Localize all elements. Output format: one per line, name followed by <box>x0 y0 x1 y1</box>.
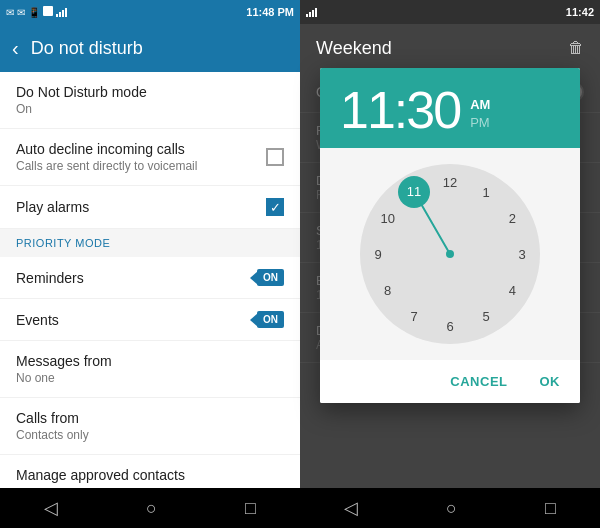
setting-play-alarms[interactable]: Play alarms ✓ <box>0 186 300 229</box>
toolbar-left: ‹ Do not disturb <box>0 24 300 72</box>
clock-face-container: 121234567891011 <box>320 148 580 360</box>
back-nav-icon[interactable]: ◁ <box>44 497 58 519</box>
auto-decline-label: Auto decline incoming calls <box>16 141 266 157</box>
msg-icon: ✉ <box>6 7 14 18</box>
clock-selected-hour: 11 <box>398 176 430 208</box>
mail-icon: ✉ <box>17 7 25 18</box>
dialog-actions: CANCEL OK <box>320 360 580 403</box>
events-toggle[interactable]: ON <box>257 311 284 328</box>
signal-icon <box>56 7 67 17</box>
play-alarms-checkbox[interactable]: ✓ <box>266 198 284 216</box>
reminders-toggle[interactable]: ON <box>257 269 284 286</box>
auto-decline-checkbox[interactable] <box>266 148 284 166</box>
status-time-left: 11:48 PM <box>246 6 294 18</box>
clock-number-9[interactable]: 9 <box>374 247 381 262</box>
reminders-label: Reminders <box>16 270 250 286</box>
dnd-mode-label: Do Not Disturb mode <box>16 84 284 100</box>
clock-time-display: 11:30 <box>340 84 460 136</box>
clock-number-2[interactable]: 2 <box>509 211 516 226</box>
cancel-button[interactable]: CANCEL <box>442 368 515 395</box>
calls-from-value: Contacts only <box>16 428 284 442</box>
nav-bar-right: ◁ ○ □ <box>300 488 600 528</box>
clock-header: 11:30 AM PM <box>320 68 580 148</box>
checkmark-icon: ✓ <box>270 201 281 214</box>
reminders-toggle-container: ON <box>250 269 284 286</box>
back-nav-right[interactable]: ◁ <box>344 497 358 519</box>
left-panel: ✉ ✉ 📱 11:48 PM ‹ Do not disturb Do Not D… <box>0 0 300 528</box>
dnd-mode-value: On <box>16 102 284 116</box>
ok-button[interactable]: OK <box>532 368 569 395</box>
toolbar-title: Do not disturb <box>31 38 143 59</box>
status-bar-left: ✉ ✉ 📱 11:48 PM <box>0 0 300 24</box>
sim-icon <box>43 6 53 18</box>
svg-rect-0 <box>43 6 53 16</box>
weekend-title: Weekend <box>316 38 392 59</box>
play-alarms-label: Play alarms <box>16 199 266 215</box>
setting-reminders[interactable]: Reminders ON <box>0 257 300 299</box>
home-nav-icon[interactable]: ○ <box>146 498 157 519</box>
events-toggle-container: ON <box>250 311 284 328</box>
trash-button[interactable]: 🗑 <box>568 39 584 57</box>
status-icons-right <box>306 7 317 17</box>
status-bar-right: 11:42 <box>300 0 600 24</box>
right-signal-icon <box>306 7 317 17</box>
settings-list: Do Not Disturb mode On Auto decline inco… <box>0 72 300 488</box>
messages-from-value: No one <box>16 371 284 385</box>
clock-number-12[interactable]: 12 <box>443 175 457 190</box>
clock-number-7[interactable]: 7 <box>410 309 417 324</box>
clock-number-10[interactable]: 10 <box>380 211 394 226</box>
pm-option[interactable]: PM <box>470 114 490 132</box>
setting-manage-approved[interactable]: Manage approved contacts <box>0 455 300 488</box>
weekend-toolbar: Weekend 🗑 <box>300 24 600 72</box>
messages-from-label: Messages from <box>16 353 284 369</box>
home-nav-right[interactable]: ○ <box>446 498 457 519</box>
back-button[interactable]: ‹ <box>12 37 19 60</box>
recent-nav-right[interactable]: □ <box>545 498 556 519</box>
nav-bar-left: ◁ ○ □ <box>0 488 300 528</box>
clock-dialog: 11:30 AM PM 121234567891011 CANCEL OK <box>320 68 580 403</box>
clock-face[interactable]: 121234567891011 <box>360 164 540 344</box>
clock-number-3[interactable]: 3 <box>518 247 525 262</box>
phone-icon: 📱 <box>28 7 40 18</box>
manage-approved-label: Manage approved contacts <box>16 467 284 483</box>
setting-dnd-mode[interactable]: Do Not Disturb mode On <box>0 72 300 129</box>
clock-ampm: AM PM <box>470 96 490 132</box>
status-icons-left: ✉ ✉ 📱 <box>6 6 67 18</box>
clock-number-6[interactable]: 6 <box>446 319 453 334</box>
priority-mode-header: PRIORITY MODE <box>0 229 300 257</box>
auto-decline-sublabel: Calls are sent directly to voicemail <box>16 159 266 173</box>
events-label: Events <box>16 312 250 328</box>
calls-from-label: Calls from <box>16 410 284 426</box>
clock-number-4[interactable]: 4 <box>509 283 516 298</box>
status-time-right: 11:42 <box>566 6 594 18</box>
clock-number-8[interactable]: 8 <box>384 283 391 298</box>
am-option[interactable]: AM <box>470 96 490 114</box>
clock-number-5[interactable]: 5 <box>482 309 489 324</box>
setting-messages-from[interactable]: Messages from No one <box>0 341 300 398</box>
setting-events[interactable]: Events ON <box>0 299 300 341</box>
setting-calls-from[interactable]: Calls from Contacts only <box>0 398 300 455</box>
clock-center-dot <box>446 250 454 258</box>
setting-auto-decline[interactable]: Auto decline incoming calls Calls are se… <box>0 129 300 186</box>
recent-nav-icon[interactable]: □ <box>245 498 256 519</box>
clock-number-1[interactable]: 1 <box>482 184 489 199</box>
right-panel: 11:42 Weekend 🗑 Off Rule n Weeke... Days… <box>300 0 600 528</box>
